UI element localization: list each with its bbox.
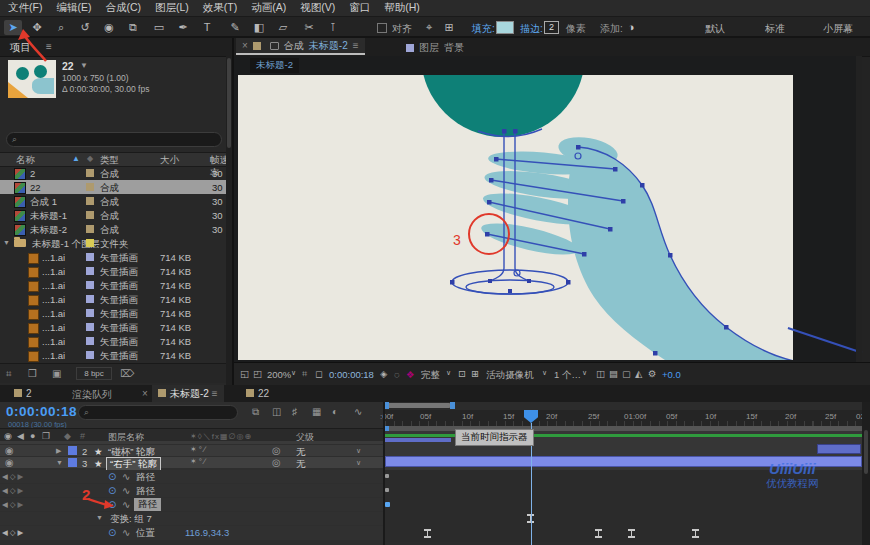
current-timecode[interactable]: 0:00:00:18 [6, 404, 77, 419]
property-name[interactable]: 位置 [136, 527, 155, 540]
project-row-footage[interactable]: ...1.ai 矢量插画714 KB [0, 278, 226, 292]
graph-icon[interactable]: ∿ [122, 485, 130, 496]
property-row-path-1[interactable]: ◀◇▶ ⊙ ∿ 路径 [0, 470, 383, 483]
lock-icon[interactable] [270, 42, 279, 50]
menu-file[interactable]: 文件(F) [8, 1, 42, 15]
menu-view[interactable]: 视图(V) [300, 1, 335, 15]
viewer-timecode[interactable]: 0:00:00:18 [329, 369, 374, 380]
fill-color-swatch[interactable] [496, 21, 514, 34]
brush-tool-icon[interactable]: ✎ [226, 20, 244, 35]
new-folder-icon[interactable]: ❒ [28, 369, 37, 379]
roto-brush-tool-icon[interactable]: ✂ [300, 20, 318, 35]
menu-help[interactable]: 帮助(H) [384, 1, 420, 15]
sort-ascending-icon[interactable]: ▲ [72, 154, 80, 163]
menu-effect[interactable]: 效果(T) [203, 1, 237, 15]
stopwatch-icon[interactable]: ⊙ [108, 485, 116, 496]
keyframe[interactable] [692, 529, 699, 538]
timeline-button-icon[interactable]: ▢ [622, 369, 631, 379]
magnification-select[interactable]: 200% [267, 369, 291, 380]
grid-icon[interactable]: ⊞ [440, 20, 458, 35]
keyframe-navigator[interactable]: ◀◇▶ [2, 528, 25, 537]
primary-viewer-icon[interactable]: ◰ [253, 369, 262, 379]
snap-checkbox[interactable] [377, 23, 387, 33]
keyframe[interactable] [385, 488, 389, 492]
layer-switches[interactable]: ✶°∕ [190, 446, 207, 454]
eye-icon[interactable]: ◉ [5, 446, 14, 456]
always-preview-icon[interactable]: ◱ [240, 369, 249, 379]
stopwatch-icon[interactable]: ⊙ [108, 471, 116, 482]
pen-tool-icon[interactable]: ✒ [174, 20, 192, 35]
viewer-scrollbar[interactable] [856, 56, 862, 362]
expand-triangle-icon[interactable]: ▼ [96, 514, 103, 521]
tab-comp-22[interactable]: 22 [246, 388, 269, 399]
menu-composition[interactable]: 合成(C) [105, 1, 141, 15]
label-chip[interactable] [86, 183, 94, 191]
transparency-grid-icon[interactable]: ⊞ [471, 369, 479, 379]
project-row[interactable]: 2 合成30 [0, 166, 226, 180]
property-group-transform[interactable]: ▼ 变换: 组 7 [0, 512, 383, 525]
comp-thumbnail[interactable] [8, 60, 56, 98]
timeline-zoom-scrollbar[interactable] [387, 403, 451, 408]
keyframe[interactable] [424, 529, 431, 538]
eraser-tool-icon[interactable]: ▱ [274, 20, 292, 35]
menu-window[interactable]: 窗口 [349, 1, 370, 15]
expand-triangle-icon[interactable]: ▼ [3, 239, 10, 246]
camera-tool-icon[interactable]: ◉ [100, 20, 118, 35]
comp-canvas[interactable] [238, 75, 793, 360]
menu-layer[interactable]: 图层(L) [155, 1, 189, 15]
graph-icon[interactable]: ∿ [122, 471, 130, 482]
tab-comp-2[interactable]: 2 [14, 388, 32, 399]
close-icon[interactable]: × [242, 40, 248, 51]
mask-visibility-icon[interactable]: ◻ [315, 369, 323, 379]
reset-exposure-icon[interactable]: ⚙ [648, 369, 657, 379]
label-chip[interactable] [86, 253, 94, 261]
layer-color-chip[interactable] [68, 446, 77, 455]
layer-color-chip[interactable] [68, 458, 77, 467]
timeline-search-input[interactable]: ⌕ [78, 405, 238, 420]
active-item-dropdown-icon[interactable]: ▼ [80, 62, 88, 70]
graph-icon[interactable]: ∿ [122, 527, 130, 538]
project-search-input[interactable]: ⌕ [6, 132, 222, 147]
label-chip[interactable] [86, 281, 94, 289]
label-chip[interactable] [86, 295, 94, 303]
view-layout-select[interactable]: 1 个… [554, 369, 581, 382]
label-chip[interactable] [86, 337, 94, 345]
ruler-icon[interactable]: ⌖ [420, 20, 438, 35]
label-chip[interactable] [86, 309, 94, 317]
snapshot-camera-icon[interactable]: ◈ [380, 369, 387, 379]
property-row-position[interactable]: ◀◇▶ ⊙ ∿ 位置 116.9,34.3 [0, 526, 383, 540]
workspace-default[interactable]: 默认 [705, 22, 725, 36]
mini-flowchart-icon[interactable]: ⧉ [252, 407, 259, 417]
scrollbar-thumb[interactable] [864, 430, 868, 474]
expand-triangle-icon[interactable]: ▶ [56, 447, 61, 454]
graph-icon[interactable]: ∿ [122, 499, 130, 510]
keyframe-selected[interactable] [385, 502, 390, 507]
property-row-path-3[interactable]: ◀◇▶ ⊙ ∿ 路径 [0, 498, 383, 511]
puppet-pin-tool-icon[interactable]: ⊺ [324, 20, 342, 35]
project-row-selected[interactable]: 22 合成30 [0, 180, 226, 194]
label-column-icon[interactable]: ◆ [87, 154, 93, 163]
layer-row-2[interactable]: ◉ ▶ 2 ★ “碰杯” 轮廓 ✶°∕ ◎ 无 ∨ [0, 445, 383, 456]
rotate-tool-icon[interactable]: ↺ [76, 20, 94, 35]
layer-row-3-selected[interactable]: ◉ ▼ 3 ★ “右手” 轮廓 ✶°∕ ◎ 无 ∨ [0, 457, 383, 468]
layer-2-duration-bar[interactable] [817, 444, 861, 454]
new-composition-icon[interactable]: ▣ [52, 369, 61, 379]
trash-icon[interactable]: ⌦ [120, 369, 134, 379]
shape-tool-icon[interactable]: ▭ [150, 20, 168, 35]
workspace-small-screen[interactable]: 小屏幕 [823, 22, 853, 36]
keyframe[interactable] [628, 529, 635, 538]
layer-switches[interactable]: ✶°∕ [190, 458, 207, 466]
menu-animation[interactable]: 动画(A) [251, 1, 286, 15]
project-row[interactable]: 未标题-2 合成30 [0, 222, 226, 236]
clone-stamp-tool-icon[interactable]: ◧ [250, 20, 268, 35]
project-row-footage[interactable]: ...1.ai 矢量插画714 KB [0, 334, 226, 348]
tab-composition-active[interactable]: × 合成 未标题-2 ≡ [236, 38, 365, 55]
zoom-handle-right[interactable] [450, 402, 455, 409]
project-row-footage[interactable]: ...1.ai 矢量插画714 KB [0, 250, 226, 264]
active-item-name[interactable]: 22 [62, 60, 74, 72]
comp-navigator-breadcrumb[interactable]: 未标题-2 [250, 58, 299, 73]
workspace-standard[interactable]: 标准 [765, 22, 785, 36]
camera-select[interactable]: 活动摄像机 [486, 369, 534, 382]
property-row-path-2[interactable]: ◀◇▶ ⊙ ∿ 路径 [0, 484, 383, 497]
text-tool-icon[interactable]: T [198, 20, 216, 35]
